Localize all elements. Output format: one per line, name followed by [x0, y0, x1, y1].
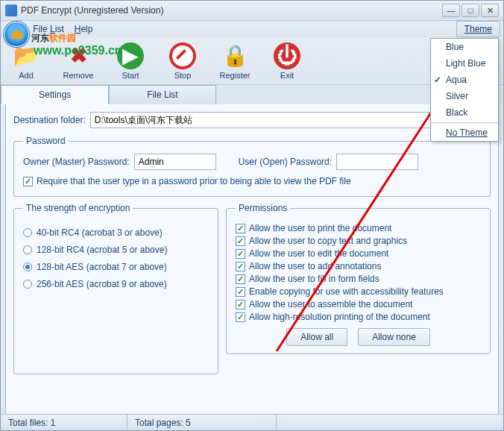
- statusbar: Total files: 1 Total pages: 5: [1, 414, 503, 430]
- permission-label: Allow the user to assemble the document: [249, 299, 412, 309]
- permission-item-5[interactable]: Enable copying for use with accessibilit…: [236, 286, 481, 297]
- permission-item-2[interactable]: Allow the user to edit the document: [236, 248, 481, 259]
- checkbox-icon: [236, 312, 245, 322]
- radio-icon: [23, 228, 32, 237]
- permissions-legend: Permissions: [236, 203, 290, 213]
- require-password-checkbox[interactable]: [23, 177, 33, 186]
- encryption-option-label: 256-bit AES (acrobat 9 or above): [37, 279, 167, 289]
- total-pages-value: 5: [186, 418, 191, 428]
- theme-item-light-blue[interactable]: Light Blue: [431, 55, 498, 72]
- allow-all-button[interactable]: Allow all: [286, 328, 347, 346]
- stop-icon: [169, 43, 196, 69]
- permission-label: Enable copying for use with accessibilit…: [249, 286, 444, 297]
- checkbox-icon: [236, 249, 245, 259]
- theme-item-blue[interactable]: Blue: [431, 39, 498, 55]
- checkbox-icon: [236, 224, 245, 233]
- permissions-group: Permissions Allow the user to print the …: [226, 203, 491, 354]
- owner-password-label: Owner (Master) Password:: [23, 157, 130, 167]
- permission-label: Allow the user to edit the document: [249, 248, 388, 259]
- password-group: Password Owner (Master) Password: User (…: [13, 136, 491, 197]
- watermark-url: www.pc0359.cn: [34, 44, 122, 57]
- encryption-option-1[interactable]: 128-bit RC4 (acrobat 5 or above): [23, 245, 209, 255]
- encryption-group: The strength of encryption 40-bit RC4 (a…: [13, 203, 218, 374]
- minimize-button[interactable]: —: [442, 4, 460, 17]
- theme-item-black[interactable]: Black: [431, 104, 498, 121]
- user-password-input[interactable]: [336, 154, 418, 170]
- encryption-option-0[interactable]: 40-bit RC4 (acrobat 3 or above): [23, 227, 209, 238]
- tab-settings[interactable]: Settings: [1, 85, 109, 104]
- allow-none-button[interactable]: Allow none: [358, 328, 430, 346]
- radio-icon: [23, 245, 32, 254]
- main-window: PDF Encrypt (Unregistered Version) — □ ✕…: [0, 0, 504, 431]
- permission-label: Allow the user to fill in form fields: [249, 274, 379, 284]
- permission-label: Allow the user to copy text and graphics: [249, 236, 407, 246]
- checkbox-icon: [236, 287, 245, 297]
- owner-password-input[interactable]: [134, 154, 216, 170]
- password-legend: Password: [23, 136, 69, 146]
- total-pages-label: Total pages:: [135, 418, 183, 428]
- radio-icon: [23, 280, 32, 289]
- encryption-option-label: 128-bit RC4 (acrobat 5 or above): [37, 245, 167, 255]
- permission-item-7[interactable]: Allow high-resolution printing of the do…: [236, 312, 481, 322]
- permission-label: Allow high-resolution printing of the do…: [249, 312, 430, 322]
- encryption-option-3[interactable]: 256-bit AES (acrobat 9 or above): [23, 279, 209, 289]
- watermark-logo-icon: [4, 22, 29, 47]
- permission-label: Allow the user to add annotations: [249, 261, 381, 271]
- theme-item-silver[interactable]: Silver: [431, 88, 498, 104]
- stop-button[interactable]: Stop: [163, 43, 202, 80]
- checkbox-icon: [236, 300, 245, 309]
- permission-label: Allow the user to print the document: [249, 223, 391, 233]
- encryption-legend: The strength of encryption: [23, 203, 133, 213]
- permission-item-4[interactable]: Allow the user to fill in form fields: [236, 274, 481, 284]
- close-button[interactable]: ✕: [481, 4, 499, 17]
- user-password-label: User (Open) Password:: [239, 157, 332, 167]
- encryption-option-label: 40-bit RC4 (acrobat 3 or above): [37, 227, 163, 238]
- power-icon: ⏻: [274, 43, 300, 69]
- dest-label: Destination folder:: [13, 115, 86, 125]
- window-title: PDF Encrypt (Unregistered Version): [21, 5, 442, 16]
- permission-item-1[interactable]: Allow the user to copy text and graphics: [236, 236, 481, 246]
- theme-no-theme[interactable]: No Theme: [431, 125, 498, 141]
- radio-icon: [23, 262, 32, 271]
- checkbox-icon: [236, 262, 245, 271]
- require-password-label: Require that the user type in a password…: [37, 176, 351, 186]
- checkbox-icon: [236, 274, 245, 284]
- encryption-option-label: 128-bit AES (acrobat 7 or above): [37, 262, 167, 272]
- permission-item-3[interactable]: Allow the user to add annotations: [236, 261, 481, 271]
- checkbox-icon: [236, 236, 245, 246]
- total-files-value: 1: [51, 418, 56, 428]
- lock-icon: 🔒: [221, 43, 248, 69]
- exit-button[interactable]: ⏻Exit: [268, 43, 306, 80]
- theme-item-aqua[interactable]: Aqua: [431, 72, 498, 88]
- register-button[interactable]: 🔒Register: [215, 43, 254, 80]
- titlebar: PDF Encrypt (Unregistered Version) — □ ✕: [1, 1, 503, 21]
- total-files-label: Total files:: [8, 418, 48, 428]
- permission-item-6[interactable]: Allow the user to assemble the document: [236, 299, 481, 309]
- encryption-option-2[interactable]: 128-bit AES (acrobat 7 or above): [23, 262, 209, 272]
- settings-panel: Destination folder: Password Owner (Mast…: [5, 104, 499, 416]
- watermark: 河东软件园 www.pc0359.cn: [4, 22, 122, 57]
- tab-filelist[interactable]: File List: [109, 85, 215, 104]
- tab-bar: Settings File List: [1, 85, 503, 104]
- maximize-button[interactable]: □: [462, 4, 479, 17]
- theme-dropdown: BlueLight BlueAquaSilverBlack No Theme: [430, 38, 499, 142]
- app-icon: [5, 4, 17, 16]
- permission-item-0[interactable]: Allow the user to print the document: [236, 223, 481, 233]
- theme-button[interactable]: Theme: [456, 21, 500, 37]
